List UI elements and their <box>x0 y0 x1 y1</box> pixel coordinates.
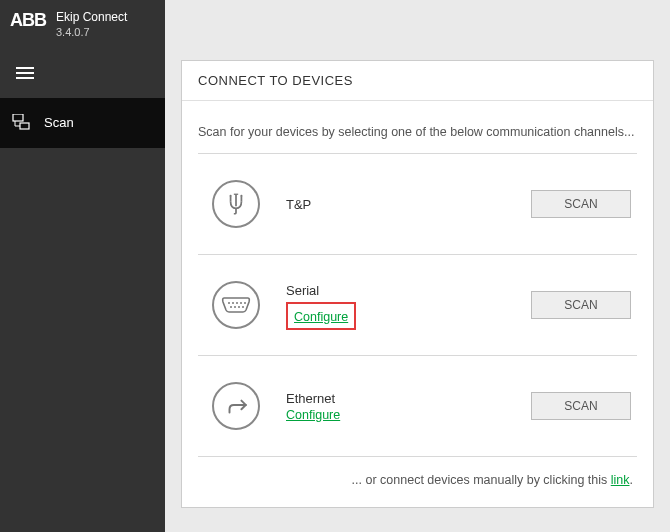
configure-highlight: Configure <box>286 302 356 330</box>
tp-icon <box>212 180 260 228</box>
scan-button-tp[interactable]: SCAN <box>531 190 631 218</box>
protocol-name: Ethernet <box>286 391 505 406</box>
sidebar-item-scan[interactable]: Scan <box>0 98 165 148</box>
footer-link[interactable]: link <box>611 473 630 487</box>
svg-rect-1 <box>20 123 29 129</box>
configure-link-ethernet[interactable]: Configure <box>286 408 340 422</box>
svg-point-11 <box>238 306 240 308</box>
app-version: 3.4.0.7 <box>56 26 127 38</box>
svg-point-7 <box>240 302 242 304</box>
svg-point-2 <box>230 195 232 197</box>
ethernet-icon <box>212 382 260 430</box>
protocol-row-serial: Serial Configure SCAN <box>198 255 637 355</box>
footer-text: ... or connect devices manually by click… <box>198 457 637 495</box>
connect-panel: CONNECT TO DEVICES Scan for your devices… <box>181 60 654 508</box>
svg-point-5 <box>232 302 234 304</box>
svg-point-9 <box>230 306 232 308</box>
configure-link-serial[interactable]: Configure <box>294 310 348 324</box>
svg-point-12 <box>242 306 244 308</box>
sidebar: ABB Ekip Connect 3.4.0.7 Scan <box>0 0 165 532</box>
panel-body: Scan for your devices by selecting one o… <box>182 101 653 507</box>
scan-button-ethernet[interactable]: SCAN <box>531 392 631 420</box>
svg-point-6 <box>236 302 238 304</box>
svg-point-3 <box>240 195 242 197</box>
protocol-text: Serial Configure <box>286 283 505 328</box>
serial-icon <box>212 281 260 329</box>
scan-icon <box>12 114 30 132</box>
menu-toggle-button[interactable] <box>0 48 165 98</box>
app-header: ABB Ekip Connect 3.4.0.7 <box>0 0 165 48</box>
app-name: Ekip Connect <box>56 10 127 26</box>
panel-title: CONNECT TO DEVICES <box>182 61 653 101</box>
protocol-text: Ethernet Configure <box>286 391 505 422</box>
brand-logo: ABB <box>10 10 46 31</box>
footer-post: . <box>630 473 633 487</box>
protocol-name: Serial <box>286 283 505 298</box>
footer-pre: ... or connect devices manually by click… <box>352 473 611 487</box>
scan-button-serial[interactable]: SCAN <box>531 291 631 319</box>
protocol-row-ethernet: Ethernet Configure SCAN <box>198 356 637 456</box>
app-meta: Ekip Connect 3.4.0.7 <box>56 10 127 38</box>
svg-point-10 <box>234 306 236 308</box>
main-area: CONNECT TO DEVICES Scan for your devices… <box>165 0 670 532</box>
intro-text: Scan for your devices by selecting one o… <box>198 109 637 153</box>
protocol-row-tp: T&P SCAN <box>198 154 637 254</box>
protocol-name: T&P <box>286 197 505 212</box>
svg-point-4 <box>228 302 230 304</box>
sidebar-item-label: Scan <box>44 115 74 130</box>
protocol-text: T&P <box>286 197 505 212</box>
svg-rect-0 <box>13 114 23 121</box>
svg-point-8 <box>244 302 246 304</box>
